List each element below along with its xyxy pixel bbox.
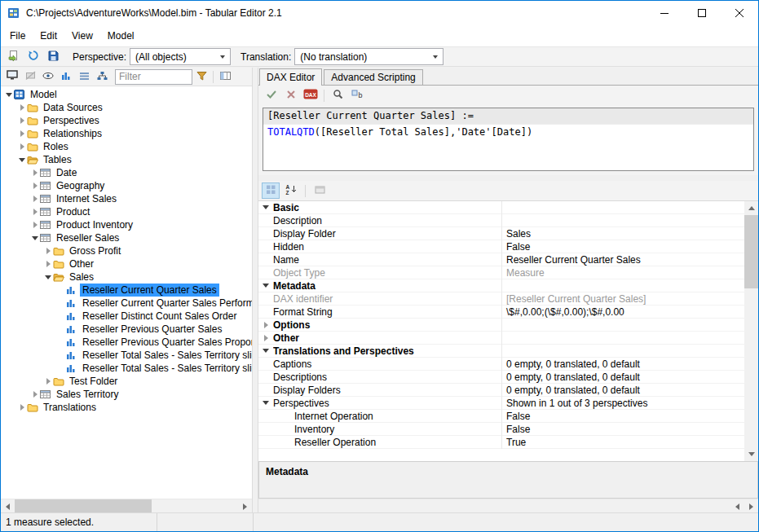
refresh-button[interactable] bbox=[24, 48, 43, 66]
expand-icon[interactable] bbox=[30, 209, 40, 215]
tree-item[interactable]: Gross Profit bbox=[1, 244, 252, 257]
scroll-down-button[interactable] bbox=[744, 447, 758, 461]
property-value[interactable]: 0 empty, 0 translated, 0 default bbox=[501, 384, 744, 396]
expand-icon[interactable] bbox=[258, 332, 273, 344]
translation-dropdown[interactable]: (No translation) bbox=[294, 48, 443, 65]
tree-item[interactable]: Reseller Current Quarter Sales Performan… bbox=[1, 297, 252, 310]
code-completion-button[interactable]: b bbox=[348, 87, 366, 103]
filter-input[interactable] bbox=[115, 69, 192, 85]
show-hidden-objects-toggle[interactable] bbox=[21, 68, 39, 85]
tree-item[interactable]: Other bbox=[1, 257, 252, 270]
tree-item[interactable]: Reseller Total Sales - Sales Territory s… bbox=[1, 362, 252, 375]
tree-item[interactable]: Reseller Previous Quarter Sales bbox=[1, 323, 252, 336]
tree-item[interactable]: Internet Sales bbox=[1, 192, 252, 205]
expand-icon[interactable] bbox=[30, 182, 40, 189]
property-value[interactable]: 0 empty, 0 translated, 0 default bbox=[501, 358, 744, 370]
tree-item[interactable]: Model bbox=[1, 88, 252, 101]
expand-icon[interactable] bbox=[17, 404, 27, 411]
expand-icon[interactable] bbox=[17, 130, 27, 137]
expand-icon[interactable] bbox=[43, 378, 53, 385]
tree-item[interactable]: Sales Territory bbox=[1, 388, 252, 401]
scroll-left-button[interactable] bbox=[1, 499, 15, 513]
menu-model[interactable]: Model bbox=[100, 27, 142, 45]
expand-icon[interactable] bbox=[17, 143, 27, 150]
show-columns-toggle[interactable] bbox=[75, 68, 93, 85]
property-value[interactable]: Shown in 1 out of 3 perspectives bbox=[501, 397, 744, 409]
scroll-right-button[interactable] bbox=[744, 499, 758, 513]
column-chooser-button[interactable] bbox=[216, 68, 234, 85]
menu-view[interactable]: View bbox=[64, 27, 100, 45]
expand-icon[interactable] bbox=[43, 248, 53, 254]
tree-item[interactable]: Reseller Sales bbox=[1, 231, 252, 244]
tree-item[interactable]: Data Sources bbox=[1, 101, 252, 114]
expand-icon[interactable] bbox=[43, 261, 53, 267]
tree-item[interactable]: Reseller Previous Quarter Sales Proporti… bbox=[1, 336, 252, 349]
perspective-dropdown[interactable]: (All objects) bbox=[130, 48, 231, 65]
tree-item[interactable]: Reseller Total Sales - Sales Territory s… bbox=[1, 349, 252, 362]
panel-splitter[interactable] bbox=[252, 68, 258, 512]
property-value[interactable]: 0 empty, 0 translated, 0 default bbox=[501, 371, 744, 383]
open-file-button[interactable] bbox=[4, 48, 24, 66]
tree-horizontal-scrollbar[interactable] bbox=[1, 499, 252, 512]
tree-item[interactable]: Roles bbox=[1, 140, 252, 153]
expand-icon[interactable] bbox=[30, 169, 40, 176]
scroll-left-button[interactable] bbox=[730, 499, 744, 513]
tree-item[interactable]: Test Folder bbox=[1, 375, 252, 388]
expand-icon[interactable] bbox=[17, 104, 27, 111]
property-value[interactable]: True bbox=[501, 436, 744, 448]
maximize-button[interactable] bbox=[683, 1, 721, 25]
property-value[interactable]: \$#,0.00;(\$#,0.00);\$#,0.00 bbox=[501, 306, 744, 318]
expand-icon[interactable] bbox=[30, 222, 40, 228]
dax-editor[interactable]: [Reseller Current Quarter Sales] := TOTA… bbox=[263, 108, 754, 171]
expand-icon[interactable] bbox=[30, 391, 40, 398]
collapse-icon[interactable] bbox=[17, 158, 27, 162]
categorized-view-button[interactable] bbox=[262, 182, 280, 199]
show-hierarchies-toggle[interactable] bbox=[93, 68, 111, 85]
minimize-button[interactable] bbox=[646, 1, 683, 25]
cancel-changes-button[interactable] bbox=[282, 87, 300, 103]
editor-property-splitter[interactable] bbox=[258, 175, 758, 181]
tree-item[interactable]: Product Inventory bbox=[1, 218, 252, 231]
apply-filter-button[interactable] bbox=[192, 68, 210, 85]
show-perspectives-toggle[interactable] bbox=[39, 68, 57, 85]
editor-horizontal-scrollbar[interactable] bbox=[258, 499, 758, 512]
property-value[interactable] bbox=[501, 214, 744, 226]
tree-item[interactable]: Product bbox=[1, 205, 252, 218]
menu-edit[interactable]: Edit bbox=[33, 27, 64, 45]
show-measures-toggle[interactable] bbox=[57, 68, 75, 85]
collapse-icon[interactable] bbox=[258, 201, 273, 213]
expand-icon[interactable] bbox=[258, 319, 273, 331]
accept-changes-button[interactable] bbox=[263, 87, 280, 103]
property-pages-button[interactable] bbox=[311, 182, 329, 199]
tab-dax-editor[interactable]: DAX Editor bbox=[259, 68, 322, 86]
collapse-icon[interactable] bbox=[258, 279, 273, 292]
tree-item[interactable]: Perspectives bbox=[1, 114, 252, 127]
property-value[interactable]: [Reseller Current Quarter Sales] bbox=[501, 292, 744, 305]
collapse-icon[interactable] bbox=[30, 236, 40, 240]
save-button[interactable] bbox=[43, 48, 63, 66]
format-dax-button[interactable]: DAX bbox=[302, 87, 320, 103]
collapse-icon[interactable] bbox=[43, 275, 53, 279]
property-value[interactable]: False bbox=[501, 423, 744, 435]
property-value[interactable]: Sales bbox=[501, 227, 744, 240]
find-button[interactable] bbox=[329, 87, 346, 103]
tree-item[interactable]: Tables bbox=[1, 153, 252, 166]
collapse-icon[interactable] bbox=[258, 345, 273, 357]
property-value[interactable]: False bbox=[501, 240, 744, 253]
expand-icon[interactable] bbox=[30, 196, 40, 202]
tree-item[interactable]: Relationships bbox=[1, 127, 252, 140]
tree-item[interactable]: Sales bbox=[1, 270, 252, 284]
scroll-right-button[interactable] bbox=[238, 499, 252, 513]
show-display-folders-toggle[interactable] bbox=[3, 68, 21, 85]
expand-icon[interactable] bbox=[17, 117, 27, 124]
tree-item[interactable]: Reseller Current Quarter Sales bbox=[1, 284, 252, 297]
property-grid-scrollbar[interactable] bbox=[744, 201, 758, 461]
tree-item[interactable]: Geography bbox=[1, 179, 252, 192]
property-value[interactable]: Reseller Current Quarter Sales bbox=[501, 253, 744, 266]
collapse-icon[interactable] bbox=[258, 397, 273, 409]
property-value[interactable]: Measure bbox=[501, 266, 744, 279]
alphabetical-sort-button[interactable]: AZ bbox=[282, 182, 300, 199]
tree-item[interactable]: Reseller Distinct Count Sales Order bbox=[1, 310, 252, 323]
scrollbar-thumb[interactable] bbox=[15, 499, 152, 513]
scrollbar-thumb[interactable] bbox=[744, 215, 758, 288]
